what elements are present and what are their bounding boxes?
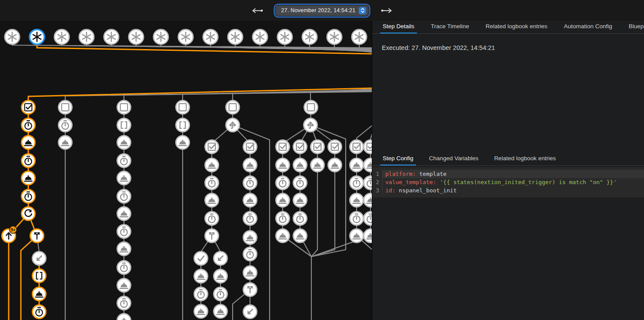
service-node[interactable] <box>117 242 131 256</box>
asterisk-node[interactable] <box>153 30 168 44</box>
timer-node[interactable] <box>350 176 364 190</box>
timer-node[interactable] <box>350 212 364 225</box>
timer-node[interactable] <box>244 176 257 190</box>
check-node[interactable] <box>194 252 208 265</box>
service-node[interactable] <box>294 229 307 243</box>
service-node[interactable] <box>328 158 342 172</box>
timer-node[interactable] <box>244 212 257 225</box>
trace-date-select[interactable]: 27. November 2022, 14:54:21 <box>275 5 369 16</box>
service-node[interactable] <box>22 172 35 185</box>
service-node[interactable] <box>276 229 290 243</box>
timer-node[interactable] <box>364 176 372 190</box>
choose-node[interactable] <box>304 119 317 132</box>
trace-graph[interactable]: 9+ <box>0 0 372 320</box>
service-node[interactable] <box>117 207 131 221</box>
arrow-up-node[interactable]: 9+ <box>2 226 17 243</box>
service-node[interactable] <box>294 194 307 207</box>
service-node[interactable] <box>117 136 131 149</box>
service-node[interactable] <box>176 136 190 149</box>
asterisk-node[interactable] <box>178 30 193 44</box>
service-node[interactable] <box>22 136 35 149</box>
checkbox-marked-node[interactable] <box>350 140 364 154</box>
split-node[interactable] <box>30 229 44 243</box>
checkbox-marked-node[interactable] <box>364 140 372 154</box>
brackets-node[interactable] <box>33 269 46 283</box>
timer-node[interactable] <box>276 212 290 225</box>
timer-node[interactable] <box>117 225 131 238</box>
asterisk-node[interactable] <box>54 30 69 44</box>
checkbox-blank-node[interactable] <box>304 101 318 114</box>
timer-node[interactable] <box>205 176 219 190</box>
repeat-node[interactable] <box>22 207 35 221</box>
asterisk-node[interactable] <box>129 30 143 44</box>
asterisk-node[interactable] <box>104 30 119 44</box>
checkbox-blank-node[interactable] <box>176 101 190 114</box>
checkbox-marked-node[interactable] <box>276 140 290 154</box>
timer-node[interactable] <box>117 261 131 274</box>
service-node[interactable] <box>276 158 290 172</box>
timer-node[interactable] <box>22 190 35 203</box>
asterisk-node[interactable] <box>228 30 243 44</box>
split-node[interactable] <box>205 229 219 243</box>
checkbox-blank-node[interactable] <box>117 101 131 114</box>
service-node[interactable] <box>205 194 219 207</box>
timer-node[interactable] <box>117 154 131 168</box>
asterisk-node[interactable] <box>277 30 292 44</box>
tab-blueprint-config[interactable]: Blueprint Config <box>628 23 644 33</box>
service-node[interactable] <box>276 194 290 207</box>
service-node[interactable] <box>214 270 227 283</box>
service-node[interactable] <box>350 158 364 172</box>
tab-step-config[interactable]: Step Config <box>382 155 414 165</box>
service-node[interactable] <box>244 194 257 207</box>
timer-node[interactable] <box>244 247 257 261</box>
asterisk-node[interactable] <box>253 30 267 44</box>
service-node[interactable] <box>117 172 131 185</box>
service-node[interactable] <box>205 158 219 172</box>
tab-related-logbook-entries[interactable]: Related logbook entries <box>493 155 557 165</box>
checkbox-marked-node[interactable] <box>244 140 257 154</box>
service-node[interactable] <box>117 279 131 292</box>
brackets-node[interactable] <box>176 119 190 132</box>
service-node[interactable] <box>364 229 372 243</box>
service-node[interactable] <box>364 194 372 207</box>
arrow-down-left-node[interactable] <box>214 252 227 265</box>
previous-trace-button[interactable] <box>250 6 265 15</box>
asterisk-node[interactable] <box>352 30 367 44</box>
timer-node[interactable] <box>214 287 227 301</box>
checkbox-marked-node[interactable] <box>205 140 219 154</box>
checkbox-marked-node[interactable] <box>328 140 342 154</box>
service-node[interactable] <box>59 136 72 149</box>
brackets-node[interactable] <box>117 119 131 132</box>
timer-node[interactable] <box>22 119 35 132</box>
checkbox-marked-node[interactable] <box>22 101 35 114</box>
checkbox-blank-node[interactable] <box>59 101 72 114</box>
asterisk-node[interactable] <box>79 30 94 44</box>
service-node[interactable] <box>294 158 307 172</box>
arrow-down-left-node[interactable] <box>33 252 46 265</box>
next-trace-button[interactable] <box>379 6 394 15</box>
checkbox-blank-node[interactable] <box>226 101 240 114</box>
asterisk-node[interactable] <box>302 30 317 44</box>
service-node[interactable] <box>214 305 227 318</box>
split-node[interactable] <box>244 283 257 297</box>
tab-automation-config[interactable]: Automation Config <box>563 23 613 33</box>
checkbox-marked-node[interactable] <box>311 140 324 154</box>
yaml-editor[interactable]: 123 platform: templatevalue_template: '{… <box>372 167 644 198</box>
timer-node[interactable] <box>59 119 72 132</box>
timer-node[interactable] <box>194 287 208 301</box>
timer-node[interactable] <box>364 212 372 225</box>
asterisk-node[interactable] <box>203 30 218 44</box>
arrow-down-left-node[interactable] <box>244 305 257 319</box>
service-node[interactable] <box>244 231 257 244</box>
timer-node[interactable] <box>117 297 131 310</box>
service-node[interactable] <box>350 229 364 243</box>
checkbox-marked-node[interactable] <box>294 140 307 154</box>
asterisk-node[interactable] <box>5 30 20 44</box>
asterisk-node[interactable] <box>30 30 44 44</box>
tab-step-details[interactable]: Step Details <box>382 23 415 33</box>
tab-changed-variables[interactable]: Changed Variables <box>428 155 480 165</box>
timer-node[interactable] <box>33 305 46 319</box>
timer-node[interactable] <box>294 176 307 190</box>
tab-related-logbook-entries[interactable]: Related logbook entries <box>485 23 548 33</box>
timer-node[interactable] <box>276 176 290 190</box>
